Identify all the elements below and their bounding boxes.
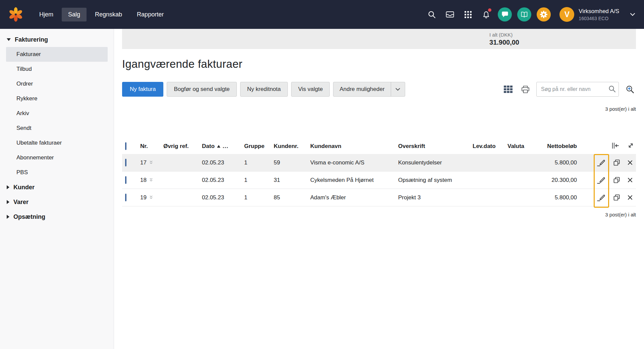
- dato-value: 02.05.23: [202, 159, 244, 166]
- chevron-right-icon: [7, 185, 9, 189]
- row-checkbox[interactable]: [125, 176, 126, 184]
- more-options-button[interactable]: Andre muligheder: [333, 82, 405, 97]
- new-credit-note-button[interactable]: Ny kreditnota: [240, 82, 288, 97]
- nav-hjem[interactable]: Hjem: [33, 8, 60, 21]
- search-input[interactable]: [536, 82, 619, 97]
- row-expand-chevrons-icon[interactable]: [149, 194, 153, 201]
- col-overskrift[interactable]: Overskrift: [398, 143, 473, 150]
- account-chevron-down-icon[interactable]: [630, 13, 635, 16]
- invoices-table: Nr. Øvrig ref. Dato ... Gruppe Kundenr. …: [122, 139, 636, 206]
- advanced-search-icon[interactable]: [624, 83, 636, 95]
- sidebar-item-arkiv[interactable]: Arkiv: [0, 106, 114, 121]
- topbar-actions: V Virksomhed A/S 1603463 ECO: [425, 7, 635, 22]
- table-row[interactable]: 18 02.05.23 1 31 Cykelsmeden På Hjørnet …: [122, 171, 636, 189]
- nav-regnskab[interactable]: Regnskab: [89, 8, 128, 21]
- settings-gear-icon[interactable]: [537, 7, 551, 21]
- row-expand-chevrons-icon[interactable]: [149, 177, 153, 184]
- row-checkbox[interactable]: [125, 159, 126, 166]
- grid-view-icon[interactable]: [502, 83, 514, 95]
- sidebar-item-sendt[interactable]: Sendt: [0, 121, 114, 136]
- show-selected-button[interactable]: Vis valgte: [291, 82, 330, 97]
- section-label: Varer: [13, 199, 29, 206]
- kundenr-value: 85: [274, 194, 310, 201]
- collapse-columns-icon[interactable]: [611, 143, 619, 150]
- inbox-icon[interactable]: [443, 8, 456, 21]
- section-label: Fakturering: [15, 36, 48, 43]
- search-submit-icon[interactable]: [608, 85, 616, 94]
- col-gruppe[interactable]: Gruppe: [244, 143, 274, 150]
- gruppe-value: 1: [244, 159, 274, 166]
- dato-value: 02.05.23: [202, 194, 244, 201]
- account-text: Virksomhed A/S 1603463 ECO: [579, 8, 619, 21]
- nav-salg[interactable]: Salg: [62, 8, 87, 21]
- invoice-number: 17: [140, 159, 147, 166]
- overskrift-value: Konsulentydelser: [398, 159, 473, 166]
- sidebar-section-varer[interactable]: Varer: [0, 195, 114, 209]
- visma-logo-icon[interactable]: [7, 6, 24, 23]
- sidebar-item-rykkere[interactable]: Rykkere: [0, 91, 114, 106]
- chat-icon[interactable]: [498, 7, 512, 21]
- copy-icon[interactable]: [613, 194, 620, 201]
- post-and-send-button[interactable]: Bogfør og send valgte: [167, 82, 236, 97]
- col-ovrig-ref[interactable]: Øvrig ref.: [163, 143, 202, 150]
- overskrift-value: Opsætning af system: [398, 177, 473, 184]
- new-invoice-button[interactable]: Ny faktura: [122, 82, 163, 97]
- edit-pencil-icon[interactable]: [597, 159, 606, 166]
- sidebar-item-fakturaer[interactable]: Fakturaer: [6, 47, 108, 62]
- sort-ascending-icon: [217, 145, 220, 148]
- table-row[interactable]: 19 02.05.23 1 85 Adam's Æbler Projekt 3 …: [122, 189, 636, 206]
- nav-rapporter[interactable]: Rapporter: [130, 8, 170, 21]
- sidebar-item-pbs[interactable]: PBS: [0, 165, 114, 180]
- nettobelob-value: 5.800,00: [537, 159, 577, 166]
- row-checkbox[interactable]: [125, 194, 126, 201]
- edit-pencil-icon[interactable]: [597, 176, 606, 184]
- sidebar-section-fakturering[interactable]: Fakturering: [0, 32, 114, 47]
- account-menu[interactable]: V Virksomhed A/S 1603463 ECO: [559, 7, 619, 22]
- delete-x-icon[interactable]: [628, 195, 633, 200]
- column-menu-icon[interactable]: ...: [223, 143, 228, 150]
- section-label: Opsætning: [13, 213, 45, 220]
- sidebar-item-abonnementer[interactable]: Abonnementer: [0, 150, 114, 165]
- search-icon[interactable]: [425, 8, 438, 21]
- col-nr[interactable]: Nr.: [140, 143, 163, 150]
- totals-block: I alt (DKK) 31.900,00: [489, 32, 519, 46]
- kundenr-value: 59: [274, 159, 310, 166]
- col-dato-label: Dato: [202, 143, 215, 150]
- dato-value: 02.05.23: [202, 177, 244, 184]
- select-all-checkbox[interactable]: [125, 142, 126, 150]
- copy-icon[interactable]: [613, 159, 620, 166]
- col-lev-dato[interactable]: Lev.dato: [473, 143, 507, 150]
- sidebar-item-tilbud[interactable]: Tilbud: [0, 62, 114, 77]
- sidebar-section-kunder[interactable]: Kunder: [0, 180, 114, 195]
- table-search: [536, 82, 619, 97]
- col-dato[interactable]: Dato ...: [202, 143, 244, 150]
- notification-dot: [488, 8, 491, 12]
- sidebar-section-opsaetning[interactable]: Opsætning: [0, 209, 114, 224]
- copy-icon[interactable]: [613, 177, 620, 183]
- col-kundenavn[interactable]: Kundenavn: [310, 143, 398, 150]
- more-options-chevron-down-icon[interactable]: [391, 82, 405, 96]
- sidebar-item-ordrer[interactable]: Ordrer: [0, 77, 114, 91]
- chevron-right-icon: [7, 215, 9, 219]
- row-expand-chevrons-icon[interactable]: [149, 159, 153, 166]
- print-icon[interactable]: [519, 83, 531, 95]
- page-title: Igangværende fakturaer: [122, 58, 636, 70]
- col-kundenr[interactable]: Kundenr.: [274, 143, 310, 150]
- table-row[interactable]: 17 02.05.23 1 59 Visma e-conomic A/S Kon…: [122, 154, 636, 171]
- kundenavn-value: Visma e-conomic A/S: [310, 159, 398, 166]
- col-nettobelob[interactable]: Nettobeløb: [537, 143, 577, 150]
- kundenavn-value: Adam's Æbler: [310, 194, 398, 201]
- help-book-icon[interactable]: [517, 7, 531, 21]
- overskrift-value: Projekt 3: [398, 194, 473, 201]
- delete-x-icon[interactable]: [628, 178, 633, 183]
- sidebar-item-ubetalte-fakturaer[interactable]: Ubetalte fakturaer: [0, 136, 114, 150]
- main-content: I alt (DKK) 31.900,00 Igangværende faktu…: [114, 29, 644, 217]
- col-valuta[interactable]: Valuta: [507, 143, 537, 150]
- record-count-top: 3 post(er) i alt: [122, 106, 636, 112]
- edit-pencil-icon[interactable]: [597, 194, 606, 201]
- expand-table-icon[interactable]: [628, 142, 634, 150]
- delete-x-icon[interactable]: [628, 160, 633, 165]
- notifications-bell-icon[interactable]: [480, 8, 492, 21]
- apps-grid-icon[interactable]: [462, 8, 474, 21]
- gruppe-value: 1: [244, 194, 274, 201]
